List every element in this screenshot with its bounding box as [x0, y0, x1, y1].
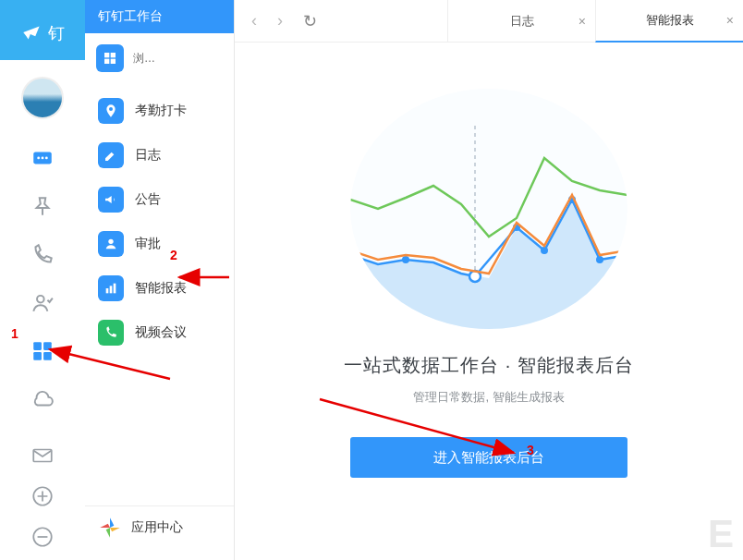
content-heading: 一站式数据工作台 · 智能报表后台 — [253, 353, 725, 378]
menu-label: 审批 — [135, 236, 161, 252]
close-icon[interactable]: × — [579, 14, 586, 29]
contacts-icon[interactable] — [30, 291, 55, 315]
menu-item-announcement[interactable]: 公告 — [85, 177, 234, 222]
svg-rect-17 — [106, 288, 109, 293]
menu-label: 公告 — [135, 191, 161, 208]
side-panel-top-item[interactable]: 浏… — [85, 37, 234, 79]
left-rail: 钉 — [0, 0, 85, 560]
svg-rect-19 — [114, 284, 116, 294]
tabs: 日志 × 智能报表 × — [447, 0, 743, 43]
side-panel: 钉钉工作台 浏… 考勤打卡 日志 公告 审批 智能报表 视频会议 — [85, 0, 235, 560]
side-menu: 考勤打卡 日志 公告 审批 智能报表 视频会议 — [85, 89, 234, 355]
more-icon[interactable] — [30, 525, 55, 549]
phone-icon[interactable] — [30, 243, 55, 267]
pin-icon[interactable] — [30, 195, 55, 219]
tab-label: 日志 — [510, 13, 534, 30]
menu-label: 视频会议 — [135, 324, 187, 341]
svg-rect-9 — [33, 450, 52, 462]
side-top-label: 浏… — [133, 51, 155, 67]
svg-point-4 — [37, 296, 44, 303]
app-center-label: 应用中心 — [131, 519, 183, 536]
mail-icon[interactable] — [30, 444, 55, 468]
app-logo: 钉 — [20, 0, 65, 60]
menu-item-smart-report[interactable]: 智能报表 — [85, 266, 234, 310]
refresh-icon[interactable]: ↻ — [303, 11, 317, 31]
menu-label: 考勤打卡 — [135, 103, 187, 119]
svg-rect-5 — [33, 342, 42, 350]
video-call-icon — [98, 320, 124, 346]
svg-rect-18 — [110, 286, 113, 293]
tab-smart-report[interactable]: 智能报表 × — [595, 0, 743, 43]
svg-point-2 — [42, 157, 44, 160]
avatar[interactable] — [21, 77, 64, 119]
side-panel-title: 钉钉工作台 — [85, 0, 234, 33]
svg-point-16 — [108, 239, 113, 244]
watermark: E — [708, 512, 734, 556]
svg-rect-12 — [104, 53, 109, 57]
main-area: ‹ › ↻ 日志 × 智能报表 × — [235, 0, 743, 560]
svg-rect-14 — [104, 59, 109, 64]
svg-point-21 — [402, 256, 409, 263]
chart-illustration — [350, 89, 627, 329]
menu-item-video-meeting[interactable]: 视频会议 — [85, 310, 234, 355]
nav-back-icon[interactable]: ‹ — [251, 11, 257, 31]
svg-point-1 — [37, 157, 40, 160]
edit-icon — [98, 142, 124, 168]
main-topbar: ‹ › ↻ 日志 × 智能报表 × — [235, 0, 743, 43]
cloud-icon[interactable] — [30, 387, 55, 411]
content: 一站式数据工作台 · 智能报表后台 管理日常数据, 智能生成报表 进入智能报表后… — [235, 43, 743, 560]
svg-rect-15 — [111, 59, 116, 64]
svg-point-23 — [541, 247, 548, 254]
menu-item-attendance[interactable]: 考勤打卡 — [85, 89, 234, 133]
menu-label: 智能报表 — [135, 280, 187, 297]
close-icon[interactable]: × — [726, 13, 734, 28]
menu-item-approval[interactable]: 审批 — [85, 222, 234, 266]
messages-icon[interactable] — [30, 147, 55, 171]
location-icon — [98, 98, 124, 124]
tab-label: 智能报表 — [646, 12, 694, 29]
apps-grid-icon[interactable] — [30, 339, 55, 363]
menu-label: 日志 — [135, 147, 161, 164]
grid-icon — [96, 44, 124, 72]
megaphone-icon — [98, 187, 124, 213]
add-icon[interactable] — [30, 484, 55, 508]
user-check-icon — [98, 231, 124, 257]
svg-point-25 — [596, 256, 603, 263]
svg-rect-8 — [43, 352, 52, 360]
enter-report-button[interactable]: 进入智能报表后台 — [350, 437, 627, 478]
app-center[interactable]: 应用中心 — [85, 505, 234, 549]
app-logo-text: 钉 — [48, 22, 65, 44]
svg-rect-6 — [43, 342, 52, 350]
menu-item-log[interactable]: 日志 — [85, 133, 234, 177]
app-center-icon — [98, 516, 122, 540]
bar-chart-icon — [98, 275, 124, 301]
tab-log[interactable]: 日志 × — [447, 0, 595, 43]
svg-rect-13 — [111, 53, 116, 57]
nav-forward-icon[interactable]: › — [277, 11, 283, 31]
content-subheading: 管理日常数据, 智能生成报表 — [253, 389, 725, 406]
svg-rect-7 — [33, 352, 42, 360]
svg-point-3 — [45, 157, 48, 160]
